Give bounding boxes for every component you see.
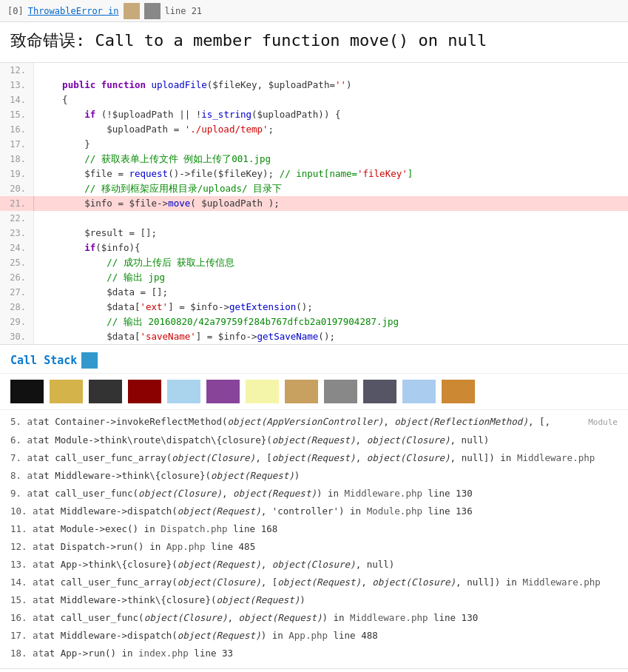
stack-line-text: at Middleware->dispatch(object(Request))… <box>44 629 618 642</box>
stack-line-number: 5. at <box>10 415 38 429</box>
line-content: // 成功上传后 获取上传信息 <box>34 255 240 270</box>
stack-line-number: 9. at <box>10 487 38 500</box>
call-stack-header: Call Stack <box>0 345 628 374</box>
color-swatch[interactable] <box>206 380 240 403</box>
stack-line-number: 7. at <box>10 451 38 465</box>
stack-line-text: at Module->exec() in Dispatch.php line 1… <box>44 523 618 536</box>
code-line: 23. $result = []; <box>0 226 628 241</box>
code-line: 22. <box>0 211 628 226</box>
line-content: public function uploadFile($fileKey, $up… <box>34 78 358 93</box>
fatal-error-title: 致命错误: Call to a member function move() o… <box>0 22 628 63</box>
line-content: $data['ext'] = $info->getExtension(); <box>34 300 319 315</box>
stack-line-number: 14. at <box>10 576 44 589</box>
line-number: 20. <box>0 181 34 196</box>
code-block: 12.13. public function uploadFile($fileK… <box>0 63 628 345</box>
blue-swatch <box>81 352 98 369</box>
line-number: 22. <box>0 211 34 226</box>
stack-line-text: at call_user_func_array(object(Closure),… <box>38 451 618 465</box>
line-number: 12. <box>0 63 34 78</box>
code-line: 19. $file = request()->file($fileKey); /… <box>0 167 628 181</box>
stack-line-number: 15. at <box>10 594 44 607</box>
line-content: if($info){ <box>34 241 146 255</box>
stack-module: Module <box>588 416 618 429</box>
line-number: 30. <box>0 329 34 344</box>
line-number: 23. <box>0 226 34 241</box>
color-swatch[interactable] <box>167 380 200 403</box>
line-content: // 移动到框架应用根目录/uploads/ 目录下 <box>34 181 288 196</box>
stack-line-number: 18. at <box>10 647 44 660</box>
line-number: 19. <box>0 167 34 181</box>
stack-line-number: 12. at <box>10 540 44 554</box>
code-line: 24. if($info){ <box>0 241 628 255</box>
stack-line-text: at Middleware->think\{closure}(object(Re… <box>44 594 618 607</box>
throwable-link[interactable]: ThrowableError in <box>28 6 119 16</box>
color-swatch[interactable] <box>246 380 279 403</box>
line-content: // 获取表单上传文件 例如上传了001.jpg <box>34 152 277 167</box>
color-swatch[interactable] <box>10 380 44 403</box>
line-content: if (!$uploadPath || !is_string($uploadPa… <box>34 107 346 122</box>
color-swatch[interactable] <box>89 380 122 403</box>
line-content: $result = []; <box>34 226 163 241</box>
stack-line-text: at call_user_func(object(Closure), objec… <box>38 487 618 500</box>
code-line: 25. // 成功上传后 获取上传信息 <box>0 255 628 270</box>
line-content: $data = []; <box>34 285 174 300</box>
stack-line-number: 11. at <box>10 523 44 536</box>
color-swatch[interactable] <box>128 380 161 403</box>
line-number: 26. <box>0 270 34 285</box>
stack-line: 11. at at Module->exec() in Dispatch.php… <box>10 520 618 538</box>
code-line: 28. $data['ext'] = $info->getExtension()… <box>0 300 628 315</box>
code-line: 15. if (!$uploadPath || !is_string($uplo… <box>0 107 628 122</box>
stack-line: 8. at at Middleware->think\{closure}(obj… <box>10 467 618 485</box>
code-line: 29. // 输出 20160820/42a79759f284b767dfcb2… <box>0 315 628 329</box>
line-number: 29. <box>0 315 34 329</box>
stack-line: 15. at at Middleware->think\{closure}(ob… <box>10 591 618 609</box>
stack-line-number: 16. at <box>10 611 44 625</box>
stack-line: 5. at at Container->invokeReflectMethod(… <box>10 413 618 431</box>
stack-line-number: 13. at <box>10 558 44 571</box>
stack-line-text: at Container->invokeReflectMethod(object… <box>38 415 586 429</box>
stack-line: 16. at at call_user_func(object(Closure)… <box>10 609 618 627</box>
color-swatch[interactable] <box>363 380 396 403</box>
line-number: 21. <box>0 196 34 211</box>
line-content: } <box>34 137 96 152</box>
stack-trace: 5. at at Container->invokeReflectMethod(… <box>0 410 628 668</box>
color-swatch[interactable] <box>442 380 475 403</box>
stack-line-number: 17. at <box>10 629 44 642</box>
line-number: 18. <box>0 152 34 167</box>
line-content <box>34 211 46 226</box>
error-header: [0] ThrowableError in line 21 <box>0 0 628 22</box>
code-line: 18. // 获取表单上传文件 例如上传了001.jpg <box>0 152 628 167</box>
stack-line-number: 8. at <box>10 469 38 483</box>
line-number: 13. <box>0 78 34 93</box>
stack-line-text: at call_user_func(object(Closure), objec… <box>44 611 618 625</box>
line-content: $file = request()->file($fileKey); // in… <box>34 167 419 181</box>
code-line: 13. public function uploadFile($fileKey,… <box>0 78 628 93</box>
stack-line-number: 10. at <box>10 505 44 518</box>
color-swatch[interactable] <box>285 380 318 403</box>
line-content: $uploadPath = './upload/temp'; <box>34 122 280 137</box>
stack-line: 6. at at Module->think\route\dispatch\{c… <box>10 431 618 449</box>
code-line: 12. <box>0 63 628 78</box>
color-swatch[interactable] <box>50 380 83 403</box>
code-line: 17. } <box>0 137 628 152</box>
code-line: 21. $info = $file->move( $uploadPath ); <box>0 196 628 211</box>
line-number: 17. <box>0 137 34 152</box>
line-number: 15. <box>0 107 34 122</box>
call-stack-label: Call Stack <box>10 354 77 367</box>
line-number: 25. <box>0 255 34 270</box>
stack-line-number: 6. at <box>10 434 38 447</box>
color-swatch[interactable] <box>324 380 357 403</box>
line-number: 24. <box>0 241 34 255</box>
swatches-row <box>0 374 628 410</box>
code-line: 30. $data['saveName'] = $info->getSaveNa… <box>0 329 628 344</box>
code-line: 26. // 输出 jpg <box>0 270 628 285</box>
color-swatch[interactable] <box>402 380 436 403</box>
swatch-2 <box>144 3 161 19</box>
line-content: // 输出 jpg <box>34 270 171 285</box>
line-content: { <box>34 93 74 107</box>
line-number: 27. <box>0 285 34 300</box>
code-line: 14. { <box>0 93 628 107</box>
line-number: 28. <box>0 300 34 315</box>
stack-line-text: at Module->think\route\dispatch\{closure… <box>38 434 618 447</box>
code-line: 20. // 移动到框架应用根目录/uploads/ 目录下 <box>0 181 628 196</box>
